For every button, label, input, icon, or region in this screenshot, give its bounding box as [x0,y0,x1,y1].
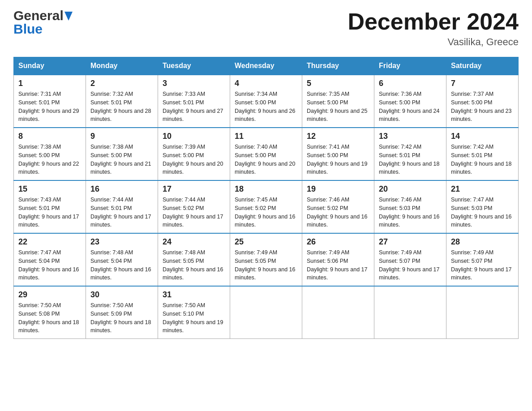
day-number: 2 [90,79,153,88]
table-row: 23 Sunrise: 7:48 AMSunset: 5:04 PMDaylig… [86,233,158,286]
day-number: 13 [379,132,442,141]
col-saturday: Saturday [446,57,519,75]
day-info: Sunrise: 7:38 AMSunset: 5:00 PMDaylight:… [18,143,81,176]
table-row [446,286,519,339]
table-row: 10 Sunrise: 7:39 AMSunset: 5:00 PMDaylig… [158,128,230,180]
table-row: 26 Sunrise: 7:49 AMSunset: 5:06 PMDaylig… [302,233,374,286]
col-monday: Monday [86,57,158,75]
calendar-week-3: 15 Sunrise: 7:43 AMSunset: 5:01 PMDaylig… [14,180,519,233]
day-number: 18 [235,184,297,194]
table-row: 13 Sunrise: 7:42 AMSunset: 5:01 PMDaylig… [374,128,446,180]
table-row: 17 Sunrise: 7:44 AMSunset: 5:02 PMDaylig… [158,180,230,233]
day-info: Sunrise: 7:42 AMSunset: 5:01 PMDaylight:… [379,143,442,176]
table-row: 1 Sunrise: 7:31 AMSunset: 5:01 PMDayligh… [14,75,86,128]
day-info: Sunrise: 7:35 AMSunset: 5:00 PMDaylight:… [307,90,369,124]
day-info: Sunrise: 7:48 AMSunset: 5:04 PMDaylight:… [90,248,153,282]
table-row: 31 Sunrise: 7:50 AMSunset: 5:10 PMDaylig… [158,286,230,339]
table-row: 7 Sunrise: 7:37 AMSunset: 5:00 PMDayligh… [446,75,519,128]
logo: General Blue [13,9,73,36]
day-info: Sunrise: 7:49 AMSunset: 5:07 PMDaylight:… [379,248,442,282]
day-number: 21 [451,184,514,194]
table-row: 28 Sunrise: 7:49 AMSunset: 5:07 PMDaylig… [446,233,519,286]
day-info: Sunrise: 7:32 AMSunset: 5:01 PMDaylight:… [90,90,153,124]
day-number: 27 [379,237,442,247]
col-sunday: Sunday [14,57,86,75]
col-friday: Friday [374,57,446,75]
day-number: 19 [307,184,369,194]
svg-marker-0 [64,12,73,21]
table-row: 12 Sunrise: 7:41 AMSunset: 5:00 PMDaylig… [302,128,374,180]
day-info: Sunrise: 7:41 AMSunset: 5:00 PMDaylight:… [307,143,369,176]
day-number: 12 [307,132,369,141]
day-number: 3 [163,79,225,88]
month-title: December 2024 [348,9,519,34]
day-info: Sunrise: 7:48 AMSunset: 5:05 PMDaylight:… [163,248,225,282]
day-info: Sunrise: 7:50 AMSunset: 5:10 PMDaylight:… [163,301,225,335]
day-info: Sunrise: 7:45 AMSunset: 5:02 PMDaylight:… [235,196,297,229]
table-row: 25 Sunrise: 7:49 AMSunset: 5:05 PMDaylig… [230,233,302,286]
table-row [230,286,302,339]
day-number: 14 [451,132,514,141]
day-number: 30 [90,290,153,300]
day-number: 28 [451,237,514,247]
day-number: 22 [18,237,81,247]
calendar-week-4: 22 Sunrise: 7:47 AMSunset: 5:04 PMDaylig… [14,233,519,286]
table-row: 6 Sunrise: 7:36 AMSunset: 5:00 PMDayligh… [374,75,446,128]
day-number: 29 [18,290,81,300]
day-info: Sunrise: 7:47 AMSunset: 5:03 PMDaylight:… [451,196,514,229]
day-info: Sunrise: 7:47 AMSunset: 5:04 PMDaylight:… [18,248,81,282]
day-number: 26 [307,237,369,247]
day-info: Sunrise: 7:50 AMSunset: 5:08 PMDaylight:… [18,301,81,335]
table-row: 4 Sunrise: 7:34 AMSunset: 5:00 PMDayligh… [230,75,302,128]
calendar-week-1: 1 Sunrise: 7:31 AMSunset: 5:01 PMDayligh… [14,75,519,128]
table-row: 20 Sunrise: 7:46 AMSunset: 5:03 PMDaylig… [374,180,446,233]
day-number: 5 [307,79,369,88]
day-number: 7 [451,79,514,88]
day-number: 24 [163,237,225,247]
day-number: 31 [163,290,225,300]
calendar-week-2: 8 Sunrise: 7:38 AMSunset: 5:00 PMDayligh… [14,128,519,180]
day-info: Sunrise: 7:38 AMSunset: 5:00 PMDaylight:… [90,143,153,176]
day-info: Sunrise: 7:44 AMSunset: 5:02 PMDaylight:… [163,196,225,229]
day-info: Sunrise: 7:46 AMSunset: 5:02 PMDaylight:… [307,196,369,229]
title-area: December 2024 Vasilika, Greece [348,9,519,48]
day-info: Sunrise: 7:39 AMSunset: 5:00 PMDaylight:… [163,143,225,176]
day-info: Sunrise: 7:31 AMSunset: 5:01 PMDaylight:… [18,90,81,124]
day-info: Sunrise: 7:49 AMSunset: 5:06 PMDaylight:… [307,248,369,282]
page-header: General Blue December 2024 Vasilika, Gre… [13,9,519,48]
day-number: 1 [18,79,81,88]
day-info: Sunrise: 7:49 AMSunset: 5:05 PMDaylight:… [235,248,297,282]
table-row [374,286,446,339]
day-info: Sunrise: 7:40 AMSunset: 5:00 PMDaylight:… [235,143,297,176]
day-info: Sunrise: 7:42 AMSunset: 5:01 PMDaylight:… [451,143,514,176]
table-row: 5 Sunrise: 7:35 AMSunset: 5:00 PMDayligh… [302,75,374,128]
day-info: Sunrise: 7:33 AMSunset: 5:01 PMDaylight:… [163,90,225,124]
table-row: 30 Sunrise: 7:50 AMSunset: 5:09 PMDaylig… [86,286,158,339]
day-number: 25 [235,237,297,247]
table-row: 14 Sunrise: 7:42 AMSunset: 5:01 PMDaylig… [446,128,519,180]
col-tuesday: Tuesday [158,57,230,75]
day-number: 17 [163,184,225,194]
table-row: 8 Sunrise: 7:38 AMSunset: 5:00 PMDayligh… [14,128,86,180]
day-number: 8 [18,132,81,141]
table-row: 16 Sunrise: 7:44 AMSunset: 5:01 PMDaylig… [86,180,158,233]
day-number: 9 [90,132,153,141]
day-number: 23 [90,237,153,247]
day-number: 20 [379,184,442,194]
table-row: 24 Sunrise: 7:48 AMSunset: 5:05 PMDaylig… [158,233,230,286]
table-row: 15 Sunrise: 7:43 AMSunset: 5:01 PMDaylig… [14,180,86,233]
calendar-table: Sunday Monday Tuesday Wednesday Thursday… [13,57,519,339]
day-number: 6 [379,79,442,88]
calendar-week-5: 29 Sunrise: 7:50 AMSunset: 5:08 PMDaylig… [14,286,519,339]
location-title: Vasilika, Greece [348,36,519,48]
header-row: Sunday Monday Tuesday Wednesday Thursday… [14,57,519,75]
table-row: 3 Sunrise: 7:33 AMSunset: 5:01 PMDayligh… [158,75,230,128]
day-info: Sunrise: 7:43 AMSunset: 5:01 PMDaylight:… [18,196,81,229]
table-row: 29 Sunrise: 7:50 AMSunset: 5:08 PMDaylig… [14,286,86,339]
day-number: 4 [235,79,297,88]
col-wednesday: Wednesday [230,57,302,75]
day-number: 16 [90,184,153,194]
day-number: 11 [235,132,297,141]
table-row: 22 Sunrise: 7:47 AMSunset: 5:04 PMDaylig… [14,233,86,286]
table-row: 18 Sunrise: 7:45 AMSunset: 5:02 PMDaylig… [230,180,302,233]
